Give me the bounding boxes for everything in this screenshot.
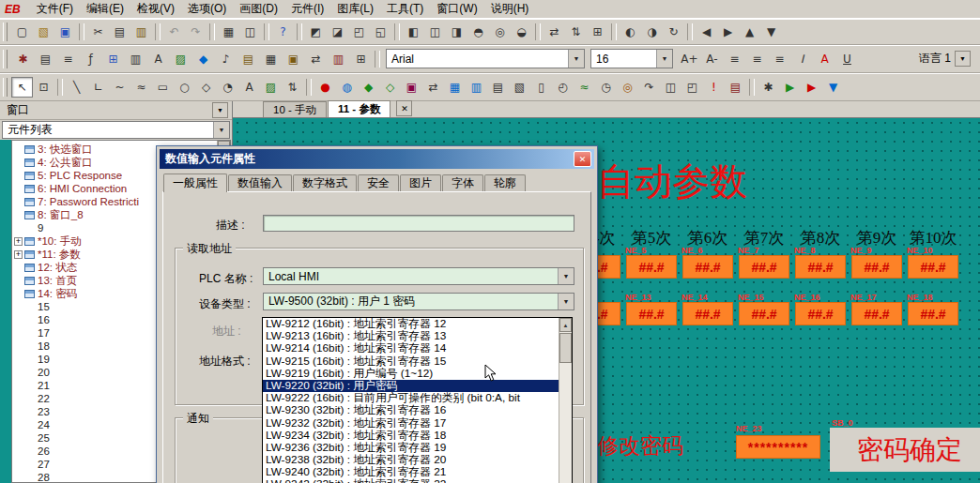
numeric-element[interactable]: NE_14 ##.#	[680, 293, 736, 325]
data-transfer-icon[interactable]: ⇄	[305, 49, 327, 69]
ellipse-icon[interactable]: ○	[174, 77, 195, 98]
panel-caption[interactable]: 窗口	[0, 101, 232, 120]
align-text-center-icon[interactable]: ≡	[746, 49, 768, 69]
indirect-window-icon[interactable]: ◫	[660, 77, 681, 98]
print-preview-icon[interactable]: ◫	[239, 22, 261, 42]
dropdown-option[interactable]: LW-9230 (32bit) : 地址索引寄存器 16	[263, 404, 559, 416]
align-text-right-icon[interactable]: ≡	[769, 49, 790, 69]
image-icon[interactable]: ▨	[260, 77, 282, 98]
bring-to-front-icon[interactable]: ◰	[348, 22, 370, 42]
scrollbar-thumb[interactable]	[559, 333, 572, 363]
dialog-tab[interactable]: 数字格式	[293, 174, 357, 191]
expand-icon[interactable]	[14, 250, 23, 259]
numeric-display[interactable]: ##.#	[908, 302, 958, 325]
numeric-element[interactable]: NE_16 ##.#	[792, 293, 849, 325]
nudge-left-icon[interactable]: ◀	[696, 22, 717, 42]
font-manager-icon[interactable]: A	[147, 49, 169, 69]
chevron-down-icon[interactable]	[213, 122, 229, 138]
compile-icon[interactable]: ✱	[758, 77, 779, 98]
polygon-icon[interactable]: ◇	[195, 77, 217, 98]
alarm-display-icon[interactable]: !	[703, 77, 725, 98]
close-tab-button[interactable]: ✕	[396, 100, 412, 116]
dropdown-option[interactable]: LW-9220 (32bit) : 用户密码	[263, 380, 559, 392]
online-simulate-icon[interactable]: ▶	[801, 77, 822, 98]
dropdown-option[interactable]: LW-9242 (32bit) : 地址索引寄存器 22	[263, 478, 559, 483]
print-icon[interactable]: ▦	[218, 22, 239, 42]
numeric-display[interactable]: ##.#	[626, 302, 677, 325]
dialog-tab[interactable]: 数值输入	[228, 174, 292, 191]
polyline-icon[interactable]: ∟	[87, 77, 109, 98]
open-project-icon[interactable]: ▧	[33, 22, 54, 42]
confirm-password-button[interactable]: 密码确定	[830, 428, 980, 472]
numeric-element[interactable]: NE_8 ##.#	[792, 246, 849, 279]
dialog-tab[interactable]: 安全	[358, 174, 399, 191]
ungroup-icon[interactable]: ◪	[327, 22, 348, 42]
numeric-display[interactable]: ##.#	[682, 302, 733, 325]
dialog-tab[interactable]: 图片	[400, 174, 441, 191]
italic-icon[interactable]: I	[791, 49, 813, 69]
trend-display-icon[interactable]: ≈	[574, 77, 595, 98]
numeric-input-icon[interactable]: ▦	[444, 77, 466, 98]
numeric-element[interactable]: NE_9 ##.#	[849, 246, 905, 279]
label-library-icon[interactable]: ▤	[237, 49, 259, 69]
numeric-display[interactable]: ##.#	[739, 255, 789, 279]
chevron-down-icon[interactable]	[955, 51, 971, 67]
undo-icon[interactable]: ↶	[163, 22, 185, 42]
align-top-icon[interactable]: ◓	[467, 22, 489, 42]
object-pick-icon[interactable]: ⊡	[33, 77, 54, 98]
numeric-display[interactable]: ##.#	[851, 302, 902, 325]
flip-vertical-icon[interactable]: ◑	[641, 22, 663, 42]
bit-lamp-icon[interactable]: ●	[314, 77, 336, 98]
redo-icon[interactable]: ↷	[185, 22, 207, 42]
dropdown-option[interactable]: LW-9213 (16bit) : 地址索引寄存器 13	[263, 330, 559, 342]
description-input[interactable]	[263, 215, 574, 232]
dropdown-option[interactable]: LW-9222 (16bit) : 目前用户可操作的类别 (bit 0:A, b…	[263, 392, 559, 404]
flip-horizontal-icon[interactable]: ◐	[620, 22, 641, 42]
same-width-icon[interactable]: ⇄	[544, 22, 565, 42]
rectangle-icon[interactable]: ▭	[152, 77, 174, 98]
group-icon[interactable]: ◩	[305, 22, 327, 42]
animation-icon[interactable]: ◎	[617, 77, 638, 98]
view-mode-select[interactable]: 元件列表	[2, 121, 230, 139]
font-color-icon[interactable]: A	[814, 49, 835, 69]
macro-icon[interactable]: ƒ	[80, 49, 101, 69]
line-icon[interactable]: ╲	[66, 77, 87, 98]
numeric-display[interactable]: ##.#	[908, 255, 958, 279]
download-icon[interactable]: ▼	[822, 77, 844, 98]
keyboard-icon[interactable]: ▦	[260, 49, 282, 69]
menu-item[interactable]: 图库(L)	[330, 0, 380, 19]
align-right-icon[interactable]: ◨	[446, 22, 467, 42]
menu-item[interactable]: 窗口(W)	[430, 0, 483, 19]
chevron-down-icon[interactable]	[212, 102, 228, 118]
event-log-icon[interactable]: ▥	[328, 49, 349, 69]
nudge-right-icon[interactable]: ▶	[717, 22, 739, 42]
dropdown-option[interactable]: LW-9212 (16bit) : 地址索引寄存器 12	[263, 318, 559, 330]
dropdown-option[interactable]: LW-9214 (16bit) : 地址索引寄存器 14	[263, 342, 559, 355]
dialog-tab[interactable]: 一般属性	[163, 174, 227, 192]
dropdown-option[interactable]: LW-9232 (32bit) : 地址索引寄存器 17	[263, 417, 559, 430]
dropdown-scrollbar[interactable]	[559, 318, 572, 483]
numeric-display[interactable]: ##.#	[739, 302, 789, 325]
numeric-display-icon[interactable]: ▥	[466, 77, 487, 98]
modify-password-text[interactable]: 修改密码	[597, 431, 683, 460]
numeric-element[interactable]: NE_13 ##.#	[623, 293, 680, 325]
meter-display-icon[interactable]: ◴	[552, 77, 574, 98]
dropdown-option[interactable]: LW-9234 (32bit) : 地址索引寄存器 18	[263, 430, 559, 442]
expand-icon[interactable]	[14, 237, 23, 246]
scroll-up-icon[interactable]	[559, 318, 572, 332]
address-tag-icon[interactable]: ⊞	[102, 49, 124, 69]
cut-icon[interactable]: ✂	[87, 22, 109, 42]
font-shrink-icon[interactable]: A-	[701, 49, 723, 69]
align-center-icon[interactable]: ◫	[424, 22, 446, 42]
nudge-up-icon[interactable]: ▲	[739, 22, 760, 42]
function-key-icon[interactable]: ▣	[401, 77, 422, 98]
numeric-element[interactable]: NE_17 ##.#	[849, 293, 905, 325]
numeric-element[interactable]: NE_18 ##.#	[905, 293, 961, 325]
rotate-icon[interactable]: ↻	[663, 22, 684, 42]
chevron-down-icon[interactable]	[558, 294, 574, 309]
window-tab[interactable]: 10 - 手动	[263, 101, 327, 117]
numeric-display[interactable]: ##.#	[851, 255, 902, 279]
picture-library-icon[interactable]: ▨	[170, 49, 191, 69]
recipe-icon[interactable]: ▣	[283, 49, 304, 69]
new-project-icon[interactable]: ▢	[11, 22, 33, 42]
